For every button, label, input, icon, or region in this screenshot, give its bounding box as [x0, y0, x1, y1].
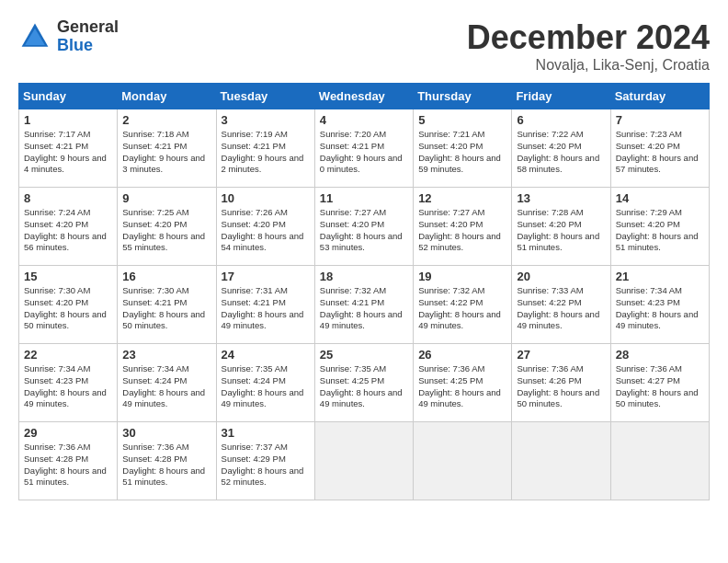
day-number: 12 [418, 191, 506, 205]
day-info: Sunrise: 7:23 AM Sunset: 4:20 PM Dayligh… [616, 129, 704, 176]
calendar-cell [512, 422, 610, 500]
day-info: Sunrise: 7:28 AM Sunset: 4:20 PM Dayligh… [517, 207, 605, 254]
day-number: 14 [616, 191, 704, 205]
day-info: Sunrise: 7:37 AM Sunset: 4:29 PM Dayligh… [222, 442, 310, 488]
day-number: 17 [222, 270, 310, 283]
calendar-table: SundayMondayTuesdayWednesdayThursdayFrid… [18, 83, 710, 500]
day-number: 18 [320, 270, 408, 283]
day-info: Sunrise: 7:34 AM Sunset: 4:23 PM Dayligh… [24, 363, 112, 410]
day-number: 15 [24, 270, 112, 283]
day-info: Sunrise: 7:32 AM Sunset: 4:21 PM Dayligh… [320, 285, 408, 332]
calendar-subtitle: Novalja, Lika-Senj, Croatia [467, 57, 710, 74]
day-number: 26 [418, 348, 506, 362]
day-number: 8 [24, 191, 112, 205]
calendar-cell: 15 Sunrise: 7:30 AM Sunset: 4:20 PM Dayl… [19, 266, 118, 344]
calendar-cell: 19 Sunrise: 7:32 AM Sunset: 4:22 PM Dayl… [414, 266, 512, 344]
calendar-cell: 28 Sunrise: 7:36 AM Sunset: 4:27 PM Dayl… [610, 344, 709, 422]
day-number: 5 [418, 113, 506, 127]
calendar-cell: 27 Sunrise: 7:36 AM Sunset: 4:26 PM Dayl… [512, 344, 610, 422]
day-number: 9 [122, 191, 210, 205]
day-number: 27 [517, 348, 605, 362]
day-number: 22 [24, 348, 112, 362]
calendar-cell: 17 Sunrise: 7:31 AM Sunset: 4:21 PM Dayl… [216, 266, 314, 344]
day-info: Sunrise: 7:31 AM Sunset: 4:21 PM Dayligh… [222, 285, 310, 332]
title-block: December 2024 Novalja, Lika-Senj, Croati… [467, 18, 710, 74]
day-number: 20 [517, 270, 605, 283]
day-info: Sunrise: 7:19 AM Sunset: 4:21 PM Dayligh… [222, 129, 310, 176]
day-number: 6 [517, 113, 605, 127]
weekday-header-tuesday: Tuesday [216, 84, 314, 109]
calendar-week-3: 15 Sunrise: 7:30 AM Sunset: 4:20 PM Dayl… [19, 266, 710, 344]
calendar-cell: 31 Sunrise: 7:37 AM Sunset: 4:29 PM Dayl… [216, 422, 314, 500]
weekday-header-friday: Friday [512, 84, 610, 109]
logo: General Blue [18, 18, 119, 55]
calendar-cell: 13 Sunrise: 7:28 AM Sunset: 4:20 PM Dayl… [512, 188, 610, 266]
page-header: General Blue December 2024 Novalja, Lika… [18, 18, 710, 74]
calendar-cell: 9 Sunrise: 7:25 AM Sunset: 4:20 PM Dayli… [118, 188, 216, 266]
day-number: 1 [24, 113, 112, 127]
day-info: Sunrise: 7:36 AM Sunset: 4:25 PM Dayligh… [418, 363, 506, 410]
calendar-cell: 24 Sunrise: 7:35 AM Sunset: 4:24 PM Dayl… [216, 344, 314, 422]
day-info: Sunrise: 7:36 AM Sunset: 4:28 PM Dayligh… [24, 442, 112, 488]
day-number: 25 [320, 348, 408, 362]
calendar-cell: 25 Sunrise: 7:35 AM Sunset: 4:25 PM Dayl… [314, 344, 413, 422]
calendar-cell: 22 Sunrise: 7:34 AM Sunset: 4:23 PM Dayl… [19, 344, 118, 422]
calendar-cell: 30 Sunrise: 7:36 AM Sunset: 4:28 PM Dayl… [118, 422, 216, 500]
day-info: Sunrise: 7:24 AM Sunset: 4:20 PM Dayligh… [24, 207, 112, 254]
day-number: 11 [320, 191, 408, 205]
calendar-cell [414, 422, 512, 500]
day-number: 13 [517, 191, 605, 205]
calendar-cell: 12 Sunrise: 7:27 AM Sunset: 4:20 PM Dayl… [414, 188, 512, 266]
calendar-cell: 21 Sunrise: 7:34 AM Sunset: 4:23 PM Dayl… [610, 266, 709, 344]
day-number: 4 [320, 113, 408, 127]
day-number: 23 [122, 348, 210, 362]
calendar-cell: 20 Sunrise: 7:33 AM Sunset: 4:22 PM Dayl… [512, 266, 610, 344]
calendar-week-5: 29 Sunrise: 7:36 AM Sunset: 4:28 PM Dayl… [19, 422, 710, 500]
weekday-header-sunday: Sunday [19, 84, 118, 109]
day-number: 2 [122, 113, 210, 127]
day-number: 19 [418, 270, 506, 283]
calendar-cell: 1 Sunrise: 7:17 AM Sunset: 4:21 PM Dayli… [19, 109, 118, 188]
day-info: Sunrise: 7:25 AM Sunset: 4:20 PM Dayligh… [122, 207, 210, 254]
day-info: Sunrise: 7:17 AM Sunset: 4:21 PM Dayligh… [24, 129, 112, 176]
weekday-header-monday: Monday [118, 84, 216, 109]
day-info: Sunrise: 7:35 AM Sunset: 4:25 PM Dayligh… [320, 363, 408, 410]
day-info: Sunrise: 7:27 AM Sunset: 4:20 PM Dayligh… [418, 207, 506, 254]
day-info: Sunrise: 7:30 AM Sunset: 4:21 PM Dayligh… [122, 285, 210, 332]
weekday-header-saturday: Saturday [610, 84, 709, 109]
calendar-cell: 5 Sunrise: 7:21 AM Sunset: 4:20 PM Dayli… [414, 109, 512, 188]
day-info: Sunrise: 7:18 AM Sunset: 4:21 PM Dayligh… [122, 129, 210, 176]
logo-text: General Blue [57, 18, 119, 55]
calendar-cell: 2 Sunrise: 7:18 AM Sunset: 4:21 PM Dayli… [118, 109, 216, 188]
calendar-title: December 2024 [467, 18, 710, 57]
day-number: 29 [24, 426, 112, 440]
day-info: Sunrise: 7:30 AM Sunset: 4:20 PM Dayligh… [24, 285, 112, 332]
calendar-cell: 6 Sunrise: 7:22 AM Sunset: 4:20 PM Dayli… [512, 109, 610, 188]
calendar-cell: 3 Sunrise: 7:19 AM Sunset: 4:21 PM Dayli… [216, 109, 314, 188]
calendar-week-2: 8 Sunrise: 7:24 AM Sunset: 4:20 PM Dayli… [19, 188, 710, 266]
logo-blue-text: Blue [57, 37, 119, 55]
calendar-cell [610, 422, 709, 500]
calendar-cell: 8 Sunrise: 7:24 AM Sunset: 4:20 PM Dayli… [19, 188, 118, 266]
weekday-header-wednesday: Wednesday [314, 84, 413, 109]
day-number: 21 [616, 270, 704, 283]
day-number: 31 [222, 426, 310, 440]
day-info: Sunrise: 7:27 AM Sunset: 4:20 PM Dayligh… [320, 207, 408, 254]
calendar-cell: 26 Sunrise: 7:36 AM Sunset: 4:25 PM Dayl… [414, 344, 512, 422]
calendar-body: 1 Sunrise: 7:17 AM Sunset: 4:21 PM Dayli… [19, 109, 710, 500]
calendar-cell: 7 Sunrise: 7:23 AM Sunset: 4:20 PM Dayli… [610, 109, 709, 188]
weekday-header-row: SundayMondayTuesdayWednesdayThursdayFrid… [19, 84, 710, 109]
day-info: Sunrise: 7:36 AM Sunset: 4:28 PM Dayligh… [122, 442, 210, 488]
day-number: 30 [122, 426, 210, 440]
day-info: Sunrise: 7:33 AM Sunset: 4:22 PM Dayligh… [517, 285, 605, 332]
day-info: Sunrise: 7:36 AM Sunset: 4:27 PM Dayligh… [616, 363, 704, 410]
day-number: 16 [122, 270, 210, 283]
day-info: Sunrise: 7:35 AM Sunset: 4:24 PM Dayligh… [222, 363, 310, 410]
day-number: 24 [222, 348, 310, 362]
calendar-cell: 4 Sunrise: 7:20 AM Sunset: 4:21 PM Dayli… [314, 109, 413, 188]
calendar-cell: 10 Sunrise: 7:26 AM Sunset: 4:20 PM Dayl… [216, 188, 314, 266]
logo-general-text: General [57, 18, 119, 37]
day-number: 7 [616, 113, 704, 127]
calendar-cell: 29 Sunrise: 7:36 AM Sunset: 4:28 PM Dayl… [19, 422, 118, 500]
day-number: 28 [616, 348, 704, 362]
